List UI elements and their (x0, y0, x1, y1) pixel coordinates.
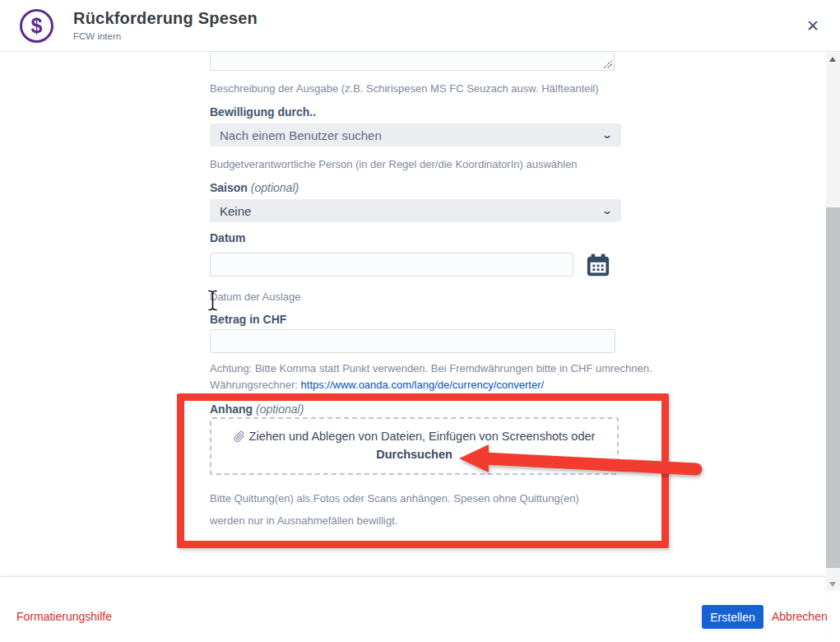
approval-select-value: Nach einem Benutzer suchen (220, 128, 382, 142)
page-subtitle: FCW intern (73, 31, 121, 41)
attachment-help: Bitte Quittung(en) als Fotos oder Scans … (210, 487, 596, 532)
amount-help-line2: Währungsrechner: https://www.oanda.com/l… (210, 379, 544, 391)
amount-help-line1: Achtung: Bitte Komma statt Punkt verwend… (210, 362, 652, 374)
approval-user-select[interactable]: Nach einem Benutzer suchen ⌄ (210, 123, 621, 147)
browse-files-button[interactable]: Durchsuchen (211, 448, 617, 461)
amount-input[interactable] (210, 329, 615, 353)
season-select-value: Keine (220, 204, 251, 218)
description-textarea[interactable] (210, 52, 615, 71)
file-dropzone[interactable]: Ziehen und Ablegen von Dateien, Einfügen… (210, 417, 619, 475)
scroll-up-arrow-icon[interactable] (829, 57, 836, 62)
scroll-down-arrow-icon[interactable] (829, 582, 836, 587)
approval-help: Budgetverantwortliche Person (in der Reg… (210, 158, 578, 170)
currency-converter-link[interactable]: https://www.oanda.com/lang/de/currency/c… (301, 379, 545, 391)
create-button[interactable]: Erstellen (702, 605, 763, 629)
cancel-button[interactable]: Abbrechen (772, 610, 828, 623)
approval-label: Bewilligung durch.. (210, 105, 316, 119)
chevron-down-icon: ⌄ (601, 205, 613, 216)
scrollbar-thumb[interactable] (826, 207, 840, 568)
dropzone-instructions: Ziehen und Ablegen von Dateien, Einfügen… (211, 430, 617, 443)
chevron-down-icon: ⌄ (601, 129, 613, 141)
dollar-icon: $ (20, 9, 53, 43)
season-label: Saison (optional) (210, 181, 299, 194)
description-help: Beschreibung der Ausgabe (z.B. Schirispe… (210, 82, 599, 95)
attachment-label: Anhang (optional) (210, 402, 304, 416)
paperclip-icon (234, 430, 245, 443)
dialog-footer: Formatierungshilfe Erstellen Abbrechen (0, 576, 826, 642)
formatting-help-link[interactable]: Formatierungshilfe (16, 610, 112, 623)
expense-claim-dialog: $ Rückforderung Spesen FCW intern ✕ Besc… (0, 0, 840, 642)
resize-grip-icon[interactable] (604, 60, 612, 68)
close-icon[interactable]: ✕ (802, 15, 824, 36)
dialog-header: $ Rückforderung Spesen FCW intern ✕ (0, 0, 840, 52)
page-title: Rückforderung Spesen (73, 9, 258, 28)
vertical-scrollbar[interactable] (826, 53, 840, 591)
date-label: Datum (210, 231, 246, 244)
season-select[interactable]: Keine ⌄ (210, 199, 621, 222)
calendar-icon[interactable] (586, 253, 610, 277)
amount-label: Betrag in CHF (210, 313, 286, 326)
date-input[interactable] (210, 253, 573, 277)
date-help: Datum der Auslage (210, 291, 301, 303)
